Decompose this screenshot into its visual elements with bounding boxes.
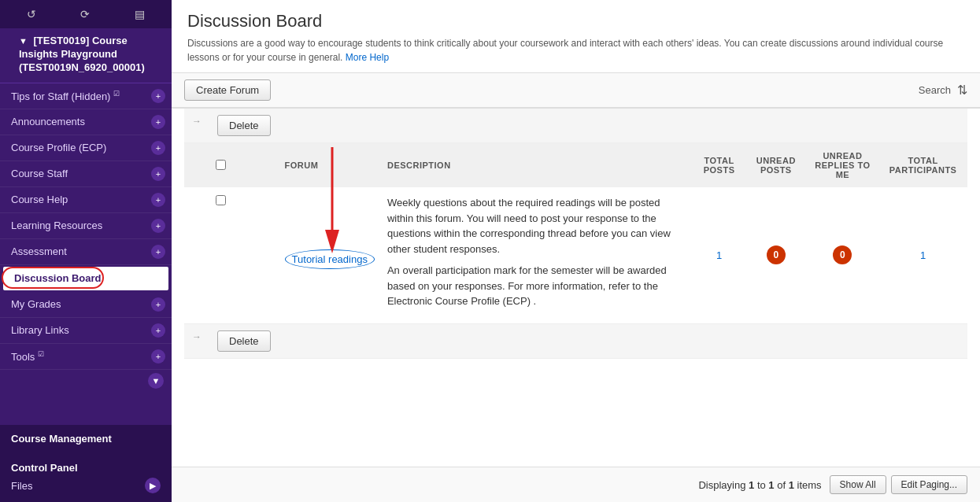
collapse-arrow[interactable]: ▼ bbox=[19, 36, 28, 46]
files-expand-icon[interactable]: ▶ bbox=[145, 478, 161, 493]
pagination-info: Displaying 1 to 1 of 1 items bbox=[698, 479, 821, 491]
top-action-row: → Delete bbox=[184, 109, 967, 143]
expand-cell: → bbox=[184, 109, 209, 143]
control-panel-title: Control Panel bbox=[11, 462, 161, 474]
expand-right-icon-bottom[interactable]: → bbox=[192, 331, 202, 342]
th-description: DESCRIPTION bbox=[381, 143, 693, 188]
sidebar-item-tips-for-staff[interactable]: Tips for Staff (Hidden) ☑ + bbox=[0, 83, 172, 109]
pagination-total: 1 bbox=[789, 479, 794, 491]
table-header-row: FORUM DESCRIPTION TOTAL POSTS UNREAD POS… bbox=[184, 143, 967, 188]
total-posts-value[interactable]: 1 bbox=[716, 249, 722, 261]
th-forum: FORUM bbox=[279, 143, 381, 188]
unread-posts-badge: 0 bbox=[767, 245, 786, 264]
sidebar-item-assessment[interactable]: Assessment + bbox=[0, 239, 172, 265]
sidebar-item-discussion-board-wrapper: Discussion Board bbox=[0, 267, 172, 290]
control-panel-section: Control Panel Files ▶ bbox=[0, 457, 172, 502]
nav-expand-icon[interactable]: + bbox=[151, 141, 165, 155]
th-total-posts: TOTAL POSTS bbox=[693, 143, 745, 188]
page-header: Discussion Board Discussions are a good … bbox=[172, 0, 980, 73]
table-row: Tutorial readings Weekly questions about… bbox=[184, 187, 967, 323]
sidebar-item-my-grades[interactable]: My Grades + bbox=[0, 292, 172, 318]
row-expand-cell bbox=[184, 187, 209, 323]
th-unread-replies-to-me: UNREAD REPLIES TO ME bbox=[807, 143, 879, 188]
th-checkbox bbox=[209, 143, 279, 188]
nav-expand-icon[interactable]: + bbox=[151, 193, 165, 207]
bottom-expand-cell: → bbox=[184, 323, 209, 358]
description-para-1: Weekly questions about the required read… bbox=[387, 195, 686, 257]
forum-table: → Delete FORUM DESCRIPTION bbox=[184, 109, 967, 359]
unread-replies-badge: 0 bbox=[833, 245, 852, 264]
sidebar: ↺ ⟳ ▤ ▼ [TEST0019] Course Insights Playg… bbox=[0, 0, 172, 502]
forum-description-cell: Weekly questions about the required read… bbox=[381, 187, 693, 323]
sidebar-item-course-staff[interactable]: Course Staff + bbox=[0, 161, 172, 187]
nav-expand-icon[interactable]: + bbox=[151, 349, 165, 364]
row-checkbox-cell bbox=[209, 187, 279, 323]
sidebar-item-tools[interactable]: Tools ☑ + bbox=[0, 344, 172, 370]
toolbar: Create Forum Search ⇅ bbox=[172, 73, 980, 109]
forum-link[interactable]: Tutorial readings bbox=[285, 249, 375, 269]
sidebar-item-course-help[interactable]: Course Help + bbox=[0, 187, 172, 213]
nav-expand-icon[interactable]: + bbox=[151, 167, 165, 181]
course-title-block: ▼ [TEST0019] Course Insights Playground … bbox=[0, 28, 172, 83]
total-participants-cell: 1 bbox=[878, 187, 967, 323]
create-forum-button[interactable]: Create Forum bbox=[184, 79, 271, 101]
forum-name-cell: Tutorial readings bbox=[279, 187, 381, 323]
nav-expand-icon[interactable]: + bbox=[151, 323, 165, 338]
sidebar-item-library-links[interactable]: Library Links + bbox=[0, 318, 172, 344]
pagination-displaying: 1 bbox=[749, 479, 754, 491]
bottom-delete-button[interactable]: Delete bbox=[217, 330, 271, 352]
nav-expand-icon[interactable]: + bbox=[151, 297, 165, 312]
bottom-action-row: → Delete bbox=[184, 323, 967, 358]
home-icon[interactable]: ⟳ bbox=[80, 8, 90, 20]
files-item[interactable]: Files ▶ bbox=[11, 474, 161, 497]
row-checkbox[interactable] bbox=[216, 195, 226, 205]
more-help-link[interactable]: More Help bbox=[346, 52, 389, 63]
page-title: Discussion Board bbox=[187, 11, 964, 31]
nav-expand-icon[interactable]: + bbox=[151, 219, 165, 233]
unread-posts-cell: 0 bbox=[745, 187, 807, 323]
search-label: Search bbox=[919, 84, 951, 96]
pagination-buttons: Show All Edit Paging... bbox=[830, 475, 967, 494]
show-all-button[interactable]: Show All bbox=[830, 475, 886, 494]
top-delete-cell: Delete bbox=[209, 109, 279, 143]
table-footer: Displaying 1 to 1 of 1 items Show All Ed… bbox=[172, 467, 980, 502]
nav-expand-icon[interactable]: + bbox=[151, 245, 165, 259]
files-label: Files bbox=[11, 480, 32, 492]
edit-paging-button[interactable]: Edit Paging... bbox=[891, 475, 967, 494]
th-expand bbox=[184, 143, 209, 188]
sidebar-item-announcements[interactable]: Announcements + bbox=[0, 109, 172, 135]
nav-expand-icon[interactable]: + bbox=[151, 89, 165, 103]
menu-icon[interactable]: ▤ bbox=[135, 8, 145, 20]
bottom-delete-cell: Delete bbox=[209, 323, 279, 358]
sort-icon[interactable]: ⇅ bbox=[957, 83, 967, 98]
table-container: → Delete FORUM DESCRIPTION bbox=[172, 109, 980, 467]
scroll-down-btn[interactable]: ▼ bbox=[148, 373, 164, 389]
sidebar-item-learning-resources[interactable]: Learning Resources + bbox=[0, 213, 172, 239]
page-description: Discussions are a good way to encourage … bbox=[187, 36, 964, 65]
total-posts-cell: 1 bbox=[693, 187, 745, 323]
course-management-title: Course Management bbox=[11, 433, 161, 445]
toolbar-left: Create Forum bbox=[184, 79, 271, 101]
main-content: Discussion Board Discussions are a good … bbox=[172, 0, 980, 502]
expand-right-icon[interactable]: → bbox=[192, 116, 202, 127]
pagination-to: 1 bbox=[768, 479, 774, 491]
sidebar-item-course-profile[interactable]: Course Profile (ECP) + bbox=[0, 135, 172, 161]
sidebar-top-bar: ↺ ⟳ ▤ bbox=[0, 0, 172, 28]
total-participants-value: 1 bbox=[920, 249, 926, 261]
sidebar-scroll-area: ▼ bbox=[0, 370, 172, 392]
refresh-icon[interactable]: ↺ bbox=[27, 8, 36, 20]
course-management-section: Course Management bbox=[0, 425, 172, 457]
nav-expand-icon[interactable]: + bbox=[151, 115, 165, 129]
select-all-checkbox[interactable] bbox=[216, 160, 226, 170]
footer-right: Displaying 1 to 1 of 1 items Show All Ed… bbox=[698, 475, 967, 494]
unread-replies-cell: 0 bbox=[807, 187, 879, 323]
th-total-participants: TOTAL PARTICIPANTS bbox=[878, 143, 967, 188]
description-para-2: An overall participation mark for the se… bbox=[387, 263, 686, 309]
toolbar-right: Search ⇅ bbox=[919, 83, 967, 98]
top-delete-button[interactable]: Delete bbox=[217, 115, 271, 136]
sidebar-nav: Tips for Staff (Hidden) ☑ + Announcement… bbox=[0, 83, 172, 425]
course-title[interactable]: [TEST0019] Course Insights Playground (T… bbox=[19, 35, 145, 73]
sidebar-item-discussion-board[interactable]: Discussion Board bbox=[3, 267, 168, 290]
th-unread-posts: UNREAD POSTS bbox=[745, 143, 807, 188]
